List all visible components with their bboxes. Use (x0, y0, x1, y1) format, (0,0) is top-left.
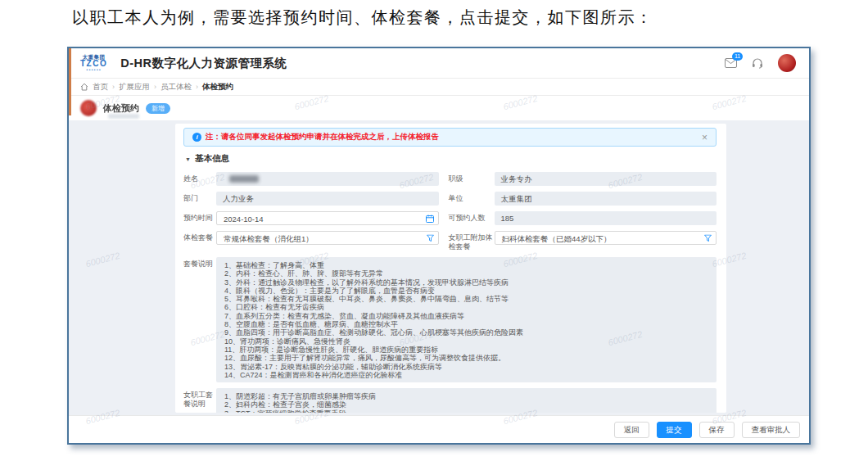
package-desc-text: 1、基础检查：了解身高、体重 2、内科：检查心、肝、肺、脾、腹部等有无异常 3、… (216, 257, 717, 382)
breadcrumb-current-page: 体检预约 (202, 82, 233, 93)
form-row-name-rank: 姓名 职级 业务专办 (183, 172, 717, 186)
messages-button[interactable]: 11 (725, 58, 737, 68)
main-content: i 注：请各位同事发起体检预约申请并在体检完成之后，上传体检报告 × ▼ 基本信… (69, 120, 809, 415)
breadcrumb-home[interactable]: 首页 (93, 82, 108, 93)
form-row-dept-unit: 部门 人力业务 单位 太重集团 (183, 192, 717, 206)
female-package-label: 女职工附加体检套餐 (449, 231, 495, 251)
save-button[interactable]: 保存 (699, 422, 735, 438)
redacted-name (229, 175, 259, 183)
caption-text: 以职工本人为例，需要选择预约时间、体检套餐，点击提交，如下图所示： (72, 7, 653, 29)
breadcrumb-separator: › (196, 83, 198, 91)
record-avatar (80, 100, 97, 116)
record-title-row: 体检预约 新增 (69, 96, 809, 120)
department-field: 人力业务 (216, 192, 439, 206)
filter-icon[interactable] (704, 234, 712, 242)
rank-label: 职级 (449, 172, 495, 183)
calendar-icon[interactable] (426, 215, 434, 223)
unit-field: 太重集团 (495, 192, 717, 206)
form-row-date-quota: 预约时间 2024-10-14 可预约人数 185 (183, 211, 717, 225)
close-icon[interactable]: × (702, 133, 708, 142)
department-label: 部门 (183, 192, 216, 203)
appointment-date-label: 预约时间 (183, 211, 216, 223)
section-basic-info[interactable]: ▼ 基本信息 (185, 153, 717, 165)
mail-badge: 11 (732, 52, 743, 61)
notice-banner: i 注：请各位同事发起体检预约申请并在体检完成之后，上传体检报告 × (183, 128, 717, 147)
quota-label: 可预约人数 (449, 211, 495, 223)
unit-label: 单位 (449, 192, 495, 203)
name-label: 姓名 (183, 172, 216, 183)
back-button[interactable]: 返回 (614, 422, 649, 438)
quota-field: 185 (495, 211, 717, 225)
breadcrumb-employee-checkup[interactable]: 员工体检 (160, 82, 192, 93)
header-actions: 11 (725, 54, 796, 72)
company-logo[interactable]: 太重集团 TZCO •••••• (80, 55, 107, 72)
help-button[interactable] (752, 57, 763, 69)
breadcrumb-separator: › (154, 83, 156, 91)
filter-icon[interactable] (427, 234, 434, 242)
user-avatar[interactable] (778, 54, 796, 72)
form-row-female-desc: 女职工套餐说明 1、阴道彩超：有无子宫肌瘤或卵巢肿瘤等疾病 2、妇科内检：检查子… (183, 388, 717, 413)
app-window: 6000272600027260002726000272600027260002… (67, 47, 811, 445)
name-field (216, 172, 439, 186)
collapse-caret-icon: ▼ (185, 156, 191, 162)
breadcrumb-extended-apps[interactable]: 扩展应用 (119, 82, 150, 93)
rank-field: 业务专办 (495, 172, 717, 186)
appointment-date-input[interactable]: 2024-10-14 (216, 211, 439, 225)
section-title: 基本信息 (195, 153, 229, 165)
form-row-packages: 体检套餐 常规体检套餐（消化组1） 女职工附加体检套餐 妇科体检套餐（已婚44岁… (183, 231, 717, 251)
form-row-package-desc: 套餐说明 1、基础检查：了解身高、体重 2、内科：检查心、肝、肺、脾、腹部等有无… (183, 257, 717, 382)
female-desc-label: 女职工套餐说明 (183, 388, 216, 409)
notice-text: 注：请各位同事发起体检预约申请并在体检完成之后，上传体检报告 (206, 132, 439, 142)
form-card: i 注：请各位同事发起体检预约申请并在体检完成之后，上传体检报告 × ▼ 基本信… (175, 124, 726, 413)
headset-icon (752, 57, 763, 69)
female-package-select[interactable]: 妇科体检套餐（已婚44岁以下） (495, 231, 717, 245)
footer-bar: 返回 提交 保存 查看审批人 (69, 415, 809, 443)
record-title: 体检预约 (103, 102, 139, 115)
window-accent-bar (69, 48, 71, 115)
home-icon (80, 83, 88, 91)
female-desc-text: 1、阴道彩超：有无子宫肌瘤或卵巢肿瘤等疾病 2、妇科内检：检查子宫炎，细菌感染 … (216, 388, 717, 413)
redacted-subtitle (108, 114, 139, 119)
logo-dots: •••••• (80, 68, 107, 71)
breadcrumb-separator: › (112, 83, 115, 91)
info-icon: i (192, 133, 201, 142)
submit-button[interactable]: 提交 (657, 422, 692, 438)
new-badge: 新增 (146, 103, 170, 114)
app-title: D-HR数字化人力资源管理系统 (120, 56, 287, 71)
package-select[interactable]: 常规体检套餐（消化组1） (216, 231, 439, 245)
package-desc-label: 套餐说明 (183, 257, 216, 269)
app-header: 太重集团 TZCO •••••• D-HR数字化人力资源管理系统 11 (69, 48, 809, 78)
breadcrumb: 首页 › 扩展应用 › 员工体检 › 体检预约 (69, 78, 809, 96)
package-label: 体检套餐 (183, 231, 216, 242)
view-approver-button[interactable]: 查看审批人 (742, 422, 801, 438)
